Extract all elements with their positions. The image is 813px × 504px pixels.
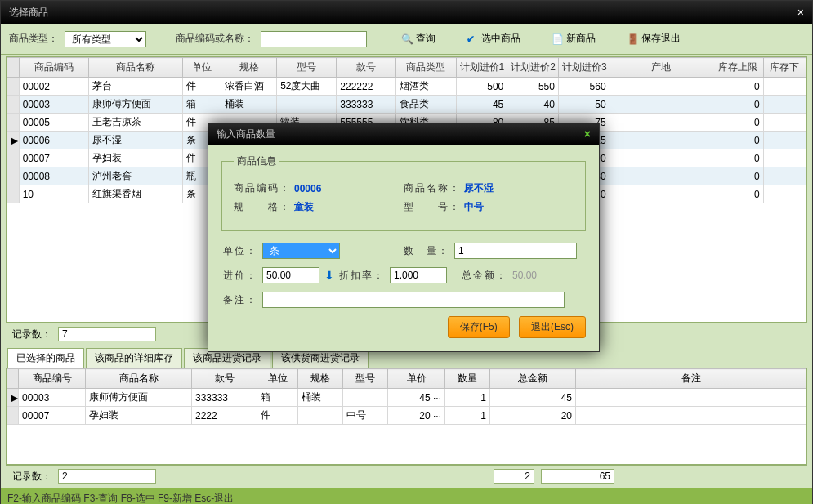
col-header[interactable]: 数量 (445, 369, 490, 389)
col-header[interactable]: 商品名称 (86, 369, 192, 389)
total-label: 总金额： (462, 269, 507, 283)
col-header[interactable]: 商品编码 (19, 58, 89, 78)
window-title: 选择商品 (9, 6, 48, 20)
type-label: 商品类型： (9, 32, 58, 46)
check-icon: ✔ (467, 33, 478, 45)
col-header[interactable]: 计划进价2 (507, 58, 559, 78)
qty-modal: 输入商品数量 × 商品信息 商品编码：00006 商品名称：尿不湿 规 格：童装… (208, 123, 600, 352)
statusbar: F2-输入商品编码 F3-查询 F8-选中 F9-新增 Esc-退出 (1, 488, 812, 504)
modal-close-icon[interactable]: × (584, 127, 591, 140)
qty-label: 数 量： (404, 244, 449, 258)
sum-qty (494, 469, 534, 484)
col-header[interactable]: 款号 (337, 58, 396, 78)
col-header[interactable]: 库存上限 (712, 58, 764, 78)
window-titlebar: 选择商品 × (1, 1, 812, 24)
name-label: 商品名称： (404, 181, 461, 195)
search-icon: 🔍 (401, 33, 413, 45)
query-button[interactable]: 🔍查询 (396, 30, 440, 47)
remark-label: 备注： (221, 293, 257, 307)
col-header[interactable]: 款号 (192, 369, 257, 389)
table-row[interactable]: 00002茅台件浓香白酒52度大曲222222烟酒类5005505600 (7, 78, 806, 96)
remark-input[interactable] (262, 292, 565, 308)
modal-titlebar: 输入商品数量 × (208, 123, 599, 145)
col-header[interactable]: 备注 (576, 369, 806, 389)
save-exit-button[interactable]: 🚪保存退出 (622, 30, 686, 47)
unit-select[interactable]: 条 (262, 243, 340, 259)
type-select[interactable]: 所有类型 (65, 31, 146, 47)
col-header[interactable]: 商品类型 (396, 58, 456, 78)
rate-label: 折扣率： (339, 269, 385, 283)
table-row[interactable]: 00007孕妇装2222件中号20 ···120 (7, 407, 806, 425)
spec-value: 童装 (294, 200, 314, 214)
unit-label: 单位： (221, 244, 257, 258)
col-header[interactable]: 规格 (298, 369, 343, 389)
qty-input[interactable] (454, 243, 577, 259)
search-label: 商品编码或名称： (176, 32, 254, 46)
search-input[interactable] (261, 31, 367, 47)
table-row[interactable]: 00003康师傅方便面箱桶装333333食品类4540500 (7, 96, 806, 114)
exit-icon: 🚪 (627, 33, 638, 45)
total-value: 50.00 (512, 270, 537, 281)
col-header[interactable]: 单位 (183, 58, 221, 78)
col-header[interactable]: 计划进价3 (558, 58, 610, 78)
sum-total (541, 469, 614, 484)
save-button[interactable]: 保存(F5) (448, 316, 510, 338)
col-header[interactable]: 型号 (277, 58, 337, 78)
new-icon: 📄 (552, 33, 563, 45)
model-value: 中号 (464, 200, 484, 214)
spec-label: 规 格： (234, 200, 291, 214)
toolbar: 商品类型： 所有类型 商品编码或名称： 🔍查询 ✔选中商品 📄新商品 🚪保存退出 (1, 24, 812, 55)
tab-selected[interactable]: 已选择的商品 (7, 348, 84, 368)
tab-stock[interactable]: 该商品的详细库存 (86, 348, 182, 368)
model-label: 型 号： (404, 200, 461, 214)
code-value: 00006 (294, 183, 321, 194)
sub-record-count (58, 469, 156, 484)
name-value: 尿不湿 (464, 181, 494, 195)
sub-grid-footer: 记录数： (6, 465, 807, 487)
col-header[interactable]: 单价 (388, 369, 445, 389)
col-header[interactable]: 总金额 (490, 369, 576, 389)
col-header[interactable]: 库存下 (763, 58, 806, 78)
modal-title: 输入商品数量 (217, 127, 275, 141)
col-header[interactable]: 商品名称 (89, 58, 183, 78)
select-button[interactable]: ✔选中商品 (462, 30, 525, 47)
col-header[interactable]: 商品编号 (19, 369, 86, 389)
col-header[interactable]: 计划进价1 (456, 58, 507, 78)
close-icon[interactable]: × (797, 6, 804, 19)
exit-button[interactable]: 退出(Esc) (519, 316, 586, 338)
product-info-group: 商品信息 商品编码：00006 商品名称：尿不湿 规 格：童装 型 号：中号 (221, 154, 586, 231)
col-header[interactable]: 单位 (257, 369, 298, 389)
arrow-down-icon[interactable]: ⬇ (324, 269, 334, 282)
code-label: 商品编码： (234, 181, 291, 195)
sub-grid[interactable]: 商品编号商品名称款号单位规格型号单价数量总金额备注 ▶00003康师傅方便面33… (6, 368, 807, 465)
price-input[interactable] (262, 267, 319, 283)
rate-input[interactable] (390, 267, 447, 283)
col-header[interactable]: 规格 (221, 58, 277, 78)
new-button[interactable]: 📄新商品 (547, 30, 601, 47)
col-header[interactable]: 型号 (343, 369, 388, 389)
sub-record-count-label: 记录数： (12, 470, 51, 484)
record-count (58, 327, 156, 341)
record-count-label: 记录数： (12, 328, 51, 341)
price-label: 进价： (221, 269, 257, 283)
col-header[interactable]: 产地 (610, 58, 712, 78)
table-row[interactable]: ▶00003康师傅方便面333333箱桶装45 ···145 (7, 389, 806, 407)
product-info-legend: 商品信息 (234, 154, 279, 168)
